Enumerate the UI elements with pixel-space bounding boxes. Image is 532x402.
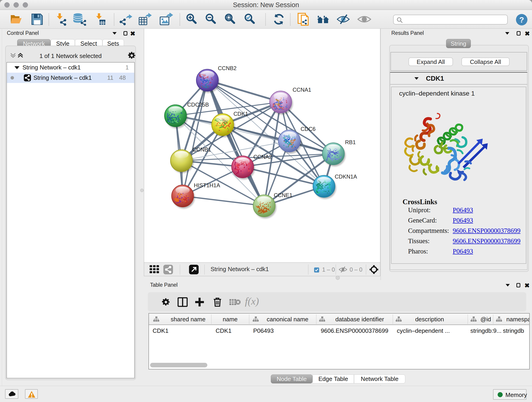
svg-text:CDC25B: CDC25B xyxy=(187,102,209,108)
svg-text:RB1: RB1 xyxy=(345,139,356,145)
svg-text:CDK1: CDK1 xyxy=(234,111,248,117)
svg-text:CCNA1: CCNA1 xyxy=(293,87,311,93)
svg-text:CCNE1: CCNE1 xyxy=(274,192,292,198)
svg-text:CCNB2: CCNB2 xyxy=(218,65,236,71)
svg-text:CDKN1A: CDKN1A xyxy=(335,173,357,180)
svg-text:CCNB1: CCNB1 xyxy=(192,147,211,153)
svg-text:HIST1H1A: HIST1H1A xyxy=(194,182,220,188)
svg-text:CCNA2: CCNA2 xyxy=(253,154,272,160)
svg-text:CDC6: CDC6 xyxy=(301,126,316,132)
